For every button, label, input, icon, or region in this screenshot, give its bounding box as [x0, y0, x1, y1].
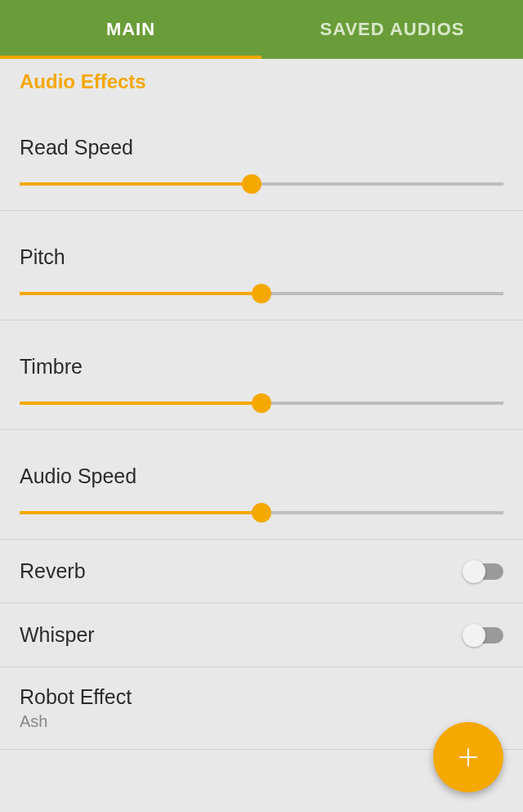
- slider-fill: [20, 182, 252, 186]
- slider-row-read-speed: Read Speed: [0, 101, 523, 211]
- robot-effect-label: Robot Effect: [20, 685, 503, 709]
- read-speed-slider[interactable]: [20, 182, 503, 186]
- tab-main[interactable]: MAIN: [0, 0, 262, 59]
- plus-icon: [455, 744, 481, 770]
- timbre-label: Timbre: [20, 355, 503, 379]
- tab-main-label: MAIN: [106, 19, 155, 40]
- slider-row-audio-speed: Audio Speed: [0, 430, 523, 540]
- audio-speed-slider[interactable]: [20, 511, 503, 514]
- section-title: Audio Effects: [0, 59, 523, 101]
- slider-row-timbre: Timbre: [0, 321, 523, 430]
- robot-effect-value: Ash: [20, 712, 503, 731]
- reverb-label: Reverb: [20, 559, 86, 583]
- toggle-knob: [463, 560, 485, 583]
- whisper-toggle[interactable]: [463, 627, 503, 644]
- tab-saved-label: SAVED AUDIOS: [320, 19, 464, 40]
- slider-thumb[interactable]: [252, 503, 271, 523]
- slider-fill: [20, 402, 262, 405]
- audio-speed-label: Audio Speed: [20, 464, 503, 488]
- toggle-row-reverb: Reverb: [0, 540, 523, 603]
- pitch-slider[interactable]: [20, 292, 503, 295]
- reverb-toggle[interactable]: [463, 563, 503, 580]
- add-button[interactable]: [433, 722, 503, 792]
- slider-fill: [20, 292, 262, 295]
- toggle-row-whisper: Whisper: [0, 603, 523, 667]
- tab-saved-audios[interactable]: SAVED AUDIOS: [262, 0, 523, 59]
- timbre-slider[interactable]: [20, 402, 503, 405]
- read-speed-label: Read Speed: [20, 136, 503, 159]
- slider-fill: [20, 511, 262, 514]
- whisper-label: Whisper: [20, 623, 95, 647]
- slider-thumb[interactable]: [252, 284, 271, 303]
- pitch-label: Pitch: [20, 245, 503, 269]
- slider-thumb[interactable]: [252, 393, 271, 413]
- slider-thumb[interactable]: [242, 174, 262, 194]
- slider-row-pitch: Pitch: [0, 211, 523, 321]
- toggle-knob: [463, 624, 485, 647]
- tabbar: MAIN SAVED AUDIOS: [0, 0, 523, 59]
